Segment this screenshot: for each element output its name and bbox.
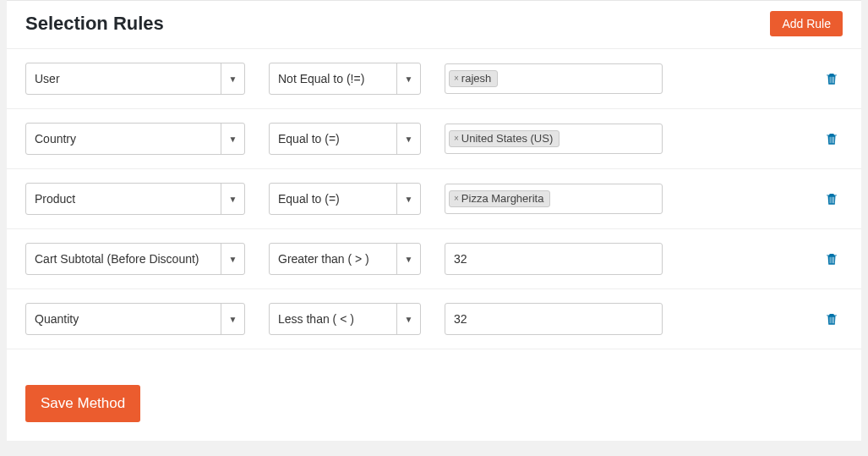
rule-row: Country▼Equal to (=)▼×United States (US)	[7, 108, 861, 168]
chevron-down-icon: ▼	[221, 63, 244, 94]
rule-operator-select[interactable]: Equal to (=)▼	[269, 183, 421, 215]
rule-field-label: Product	[35, 192, 75, 206]
rule-row: Cart Subtotal (Before Discount)▼Greater …	[7, 228, 861, 288]
rule-value-input[interactable]	[445, 243, 663, 275]
rule-value-tags[interactable]: ×Pizza Margherita	[445, 184, 663, 214]
rule-row: Product▼Equal to (=)▼×Pizza Margherita	[7, 168, 861, 228]
trash-icon[interactable]	[824, 190, 839, 207]
rule-operator-select[interactable]: Equal to (=)▼	[269, 123, 421, 155]
rule-operator-label: Not Equal to (!=)	[278, 72, 364, 85]
rule-field-label: User	[35, 72, 60, 85]
rule-field-select[interactable]: User▼	[25, 63, 245, 95]
rule-field-select[interactable]: Quantity▼	[25, 303, 245, 335]
panel-footer: Save Method	[7, 349, 861, 441]
save-method-button[interactable]: Save Method	[25, 385, 140, 422]
trash-icon[interactable]	[824, 250, 839, 267]
chevron-down-icon: ▼	[396, 244, 420, 274]
value-tag: ×Pizza Margherita	[449, 190, 550, 207]
tag-label: Pizza Margherita	[461, 192, 544, 205]
tag-label: United States (US)	[461, 132, 553, 145]
chevron-down-icon: ▼	[221, 184, 244, 214]
trash-icon[interactable]	[824, 70, 839, 87]
rule-row: Quantity▼Less than ( < )▼	[7, 288, 861, 349]
rule-operator-select[interactable]: Not Equal to (!=)▼	[269, 63, 421, 95]
chevron-down-icon: ▼	[396, 184, 420, 214]
rule-field-label: Country	[35, 132, 76, 146]
rule-field-select[interactable]: Product▼	[25, 183, 245, 215]
chevron-down-icon: ▼	[396, 63, 420, 94]
value-tag: ×United States (US)	[449, 130, 560, 147]
rule-value-tags[interactable]: ×rajesh	[445, 63, 663, 94]
rule-operator-label: Greater than ( > )	[278, 252, 369, 266]
chevron-down-icon: ▼	[221, 244, 244, 274]
chevron-down-icon: ▼	[221, 304, 244, 334]
tag-label: rajesh	[461, 72, 491, 85]
tag-remove-icon[interactable]: ×	[454, 194, 459, 203]
trash-icon[interactable]	[824, 130, 839, 147]
rule-operator-label: Less than ( < )	[278, 312, 354, 326]
rule-operator-select[interactable]: Greater than ( > )▼	[269, 243, 421, 275]
rules-panel: Selection Rules Add Rule User▼Not Equal …	[7, 0, 861, 441]
value-tag: ×rajesh	[449, 70, 498, 87]
rule-field-label: Cart Subtotal (Before Discount)	[35, 252, 199, 266]
rule-row: User▼Not Equal to (!=)▼×rajesh	[7, 48, 861, 108]
rule-field-select[interactable]: Country▼	[25, 123, 245, 155]
add-rule-button[interactable]: Add Rule	[770, 11, 843, 36]
rule-field-label: Quantity	[35, 312, 79, 326]
panel-header: Selection Rules Add Rule	[7, 0, 861, 48]
tag-remove-icon[interactable]: ×	[454, 134, 459, 143]
chevron-down-icon: ▼	[221, 124, 244, 154]
trash-icon[interactable]	[824, 310, 839, 327]
rule-value-tags[interactable]: ×United States (US)	[445, 124, 663, 154]
rule-field-select[interactable]: Cart Subtotal (Before Discount)▼	[25, 243, 245, 275]
rule-operator-label: Equal to (=)	[278, 132, 340, 146]
panel-title: Selection Rules	[25, 13, 164, 35]
tag-remove-icon[interactable]: ×	[454, 74, 459, 83]
rule-operator-select[interactable]: Less than ( < )▼	[269, 303, 421, 335]
chevron-down-icon: ▼	[396, 304, 420, 334]
chevron-down-icon: ▼	[396, 124, 420, 154]
rule-value-input[interactable]	[445, 303, 663, 335]
rule-operator-label: Equal to (=)	[278, 192, 340, 206]
